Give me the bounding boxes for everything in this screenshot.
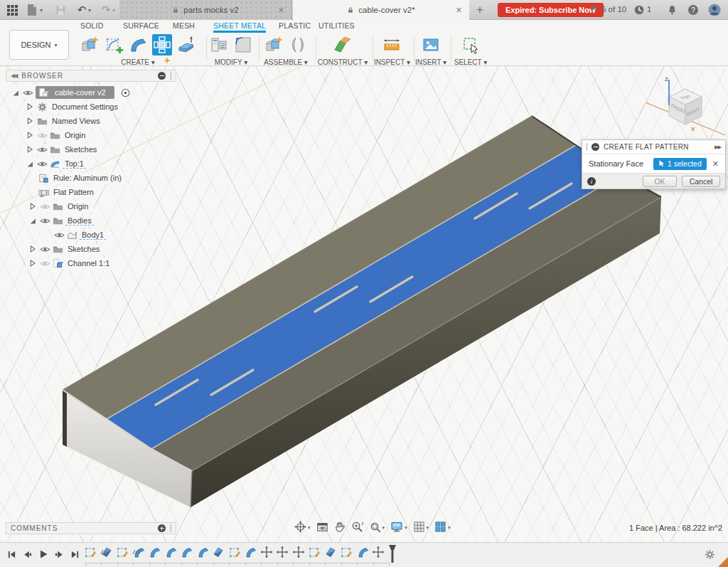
- ribbon-group-label[interactable]: CONSTRUCT ▾: [317, 58, 368, 66]
- redo-caret[interactable]: ▾: [112, 7, 115, 14]
- timeline-feature-sketch-15[interactable]: [308, 546, 321, 561]
- measure-button[interactable]: [382, 34, 402, 55]
- browser-minimize-icon[interactable]: [158, 72, 166, 80]
- view-cube[interactable]: TOP FRONT RIGHT Z X: [646, 70, 725, 138]
- tab-close-icon[interactable]: ✕: [456, 6, 462, 15]
- viewports-button[interactable]: ▾: [434, 521, 451, 536]
- tree-node-label[interactable]: Channel 1:1: [65, 259, 112, 267]
- bell-icon[interactable]: [665, 4, 678, 16]
- browser-row-rule-aluminum-in-[interactable]: Rule: Aluminum (in): [37, 171, 127, 184]
- create-sketch-button[interactable]: [104, 34, 124, 55]
- expand-arrow-icon[interactable]: [24, 102, 35, 112]
- doc-tab-active[interactable]: cable-cover v2* ✕: [293, 0, 469, 20]
- timeline-settings-gear-icon[interactable]: [705, 549, 715, 563]
- tree-node-label[interactable]: Named Views: [50, 117, 102, 125]
- chevron-down-icon[interactable]: ▾: [308, 525, 311, 531]
- chevron-down-icon[interactable]: ▾: [405, 525, 407, 531]
- expand-arrow-icon[interactable]: [24, 116, 35, 127]
- timeline-feature-move-12[interactable]: [260, 546, 273, 561]
- redo-icon[interactable]: ↷: [100, 4, 112, 16]
- clear-selection-icon[interactable]: ✕: [712, 159, 719, 169]
- visibility-eye-off-icon[interactable]: [40, 201, 50, 212]
- visibility-eye-icon[interactable]: [37, 144, 48, 155]
- timeline-feature-flange-8[interactable]: [196, 546, 209, 561]
- timeline-feature-base-16[interactable]: [324, 546, 337, 561]
- browser-row-origin[interactable]: Origin: [23, 129, 91, 142]
- timeline-feature-sketch-10[interactable]: [228, 546, 241, 561]
- cable-cover-model[interactable]: [0, 66, 728, 542]
- look-at-button[interactable]: [316, 521, 328, 536]
- trial-flag-icon[interactable]: [589, 4, 601, 16]
- flange-button[interactable]: [128, 34, 148, 55]
- new-component-button[interactable]: [264, 34, 284, 55]
- browser-row-sketches[interactable]: Sketches: [23, 143, 102, 156]
- clock-icon[interactable]: [633, 4, 646, 16]
- tree-node-label[interactable]: Document Settings: [50, 102, 120, 111]
- zoom-button[interactable]: ±: [351, 521, 363, 536]
- file-menu-caret[interactable]: ▾: [40, 7, 43, 14]
- dialog-collapse-icon[interactable]: [592, 143, 599, 151]
- timeline-feature-move-14[interactable]: [292, 546, 305, 561]
- dialog-grip[interactable]: [587, 143, 587, 151]
- info-icon[interactable]: i: [587, 177, 596, 186]
- create-flat-pattern-button[interactable]: [152, 34, 172, 55]
- chevron-down-icon[interactable]: ▾: [427, 525, 429, 531]
- workspace-selector[interactable]: DESIGN ▾: [9, 30, 69, 60]
- construction-plane-button[interactable]: [333, 34, 353, 55]
- tab-close-icon[interactable]: ✕: [278, 6, 284, 15]
- tree-node-label[interactable]: Rule: Aluminum (in): [51, 174, 124, 182]
- browser-row-origin[interactable]: Origin: [26, 200, 94, 213]
- visibility-eye-icon[interactable]: [37, 159, 48, 169]
- timeline-ruler[interactable]: [85, 563, 390, 566]
- model-left-wall[interactable]: [63, 390, 67, 447]
- expand-arrow-open-icon[interactable]: [27, 216, 38, 226]
- undo-caret[interactable]: ▾: [88, 7, 91, 14]
- visibility-eye-icon[interactable]: [54, 230, 65, 240]
- pan-button[interactable]: [334, 521, 346, 536]
- activate-component-radio[interactable]: [120, 88, 131, 98]
- expand-arrow-open-icon[interactable]: [10, 88, 21, 98]
- timeline-position-marker[interactable]: [388, 545, 397, 566]
- timeline-feature-base-9[interactable]: [212, 546, 225, 561]
- timeline-feature-sketch-1[interactable]: [84, 546, 97, 561]
- expand-arrow-icon[interactable]: [27, 258, 38, 269]
- ribbon-tab-solid[interactable]: SOLID: [80, 21, 104, 33]
- ribbon-tab-utilities[interactable]: UTILITIES: [318, 21, 355, 33]
- timeline-feature-flange-6[interactable]: [164, 546, 177, 561]
- browser-row-bodies[interactable]: Bodies: [26, 214, 97, 227]
- ribbon-tab-plastic[interactable]: PLASTIC: [279, 21, 311, 33]
- play-button[interactable]: [38, 549, 48, 559]
- step-back-button[interactable]: [23, 549, 32, 559]
- expand-arrow-open-icon[interactable]: [24, 159, 35, 169]
- timeline-feature-flange-5[interactable]: [148, 546, 161, 561]
- panel-grip[interactable]: [171, 72, 171, 80]
- comments-panel-header[interactable]: COMMENTS: [6, 522, 176, 534]
- visibility-eye-off-icon[interactable]: [40, 258, 50, 269]
- unfold-button[interactable]: [209, 34, 229, 55]
- expand-arrow-icon[interactable]: [27, 244, 38, 255]
- browser-row-sketches[interactable]: Sketches: [26, 243, 105, 255]
- thicken-button[interactable]: [176, 34, 196, 55]
- ribbon-group-label[interactable]: MODIFY ▾: [208, 58, 255, 66]
- dialog-expand-icon[interactable]: ▶▶: [714, 144, 721, 150]
- selected-node-pill[interactable]: cable-cover v2: [36, 86, 114, 99]
- fit-button[interactable]: ▾: [369, 521, 385, 536]
- chevron-down-icon[interactable]: ▾: [448, 525, 451, 531]
- expand-arrow-icon[interactable]: [24, 144, 35, 155]
- grid-settings-button[interactable]: ▾: [413, 521, 429, 536]
- new-tab-icon[interactable]: +: [473, 4, 486, 16]
- timeline-feature-flange-4[interactable]: [132, 546, 145, 561]
- timeline-feature-sketch-17[interactable]: [340, 546, 353, 561]
- browser-row-flat-pattern[interactable]: Flat Pattern: [37, 186, 100, 198]
- tree-node-label[interactable]: cable-cover v2: [53, 88, 108, 97]
- tree-node-label[interactable]: Origin: [65, 202, 90, 211]
- timeline-feature-move-19[interactable]: [372, 546, 385, 561]
- undo-icon[interactable]: ↶: [75, 4, 88, 16]
- collapse-panel-icon[interactable]: ◀◀: [11, 73, 16, 79]
- bend-button[interactable]: [233, 34, 253, 55]
- visibility-eye-off-icon[interactable]: [37, 130, 48, 141]
- ribbon-group-label[interactable]: CREATE ▾: [74, 58, 202, 66]
- save-icon[interactable]: [54, 4, 67, 16]
- browser-row-cable-cover-v2[interactable]: cable-cover v2: [9, 86, 131, 99]
- go-to-end-button[interactable]: [70, 549, 80, 559]
